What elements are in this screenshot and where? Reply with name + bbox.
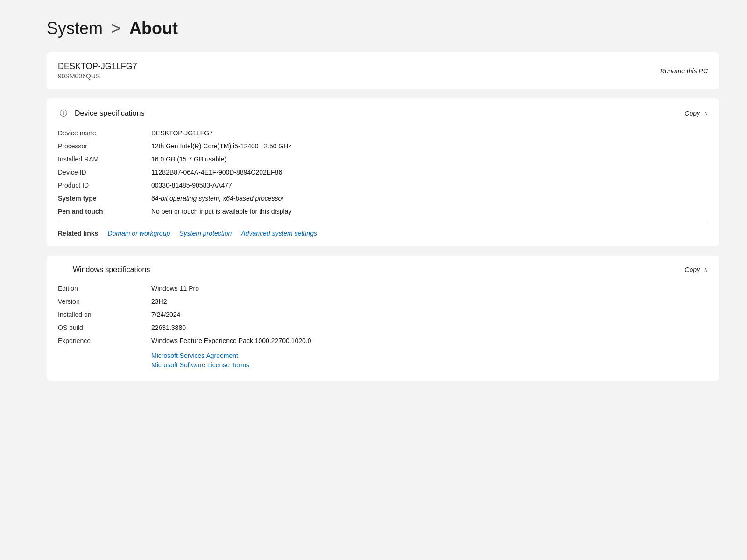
device-specs-header-right: Copy ∧ [684, 110, 708, 117]
table-row: Product ID 00330-81485-90583-AA477 [58, 179, 708, 192]
spec-label: Experience [58, 337, 151, 344]
rename-pc-button[interactable]: Rename this PC [660, 67, 708, 75]
pc-model: 90SM006QUS [58, 72, 137, 80]
spec-label: Product ID [58, 182, 151, 189]
spec-label: OS build [58, 324, 151, 331]
table-row: Device ID 11282B87-064A-4E1F-900D-8894C2… [58, 166, 708, 179]
pc-name-info: DESKTOP-JG1LFG7 90SM006QUS [58, 62, 137, 80]
spec-value: 7/24/2024 [151, 311, 180, 318]
related-links: Related links Domain or workgroup System… [58, 222, 708, 237]
table-row: System type 64-bit operating system, x64… [58, 192, 708, 205]
advanced-system-settings-link[interactable]: Advanced system settings [241, 230, 317, 237]
main-content: System > About DESKTOP-JG1LFG7 90SM006QU… [0, 0, 747, 560]
device-specs-header-left: ⓘ Device specifications [58, 108, 144, 119]
spec-label: Device name [58, 129, 151, 137]
spec-label: Version [58, 298, 151, 305]
table-row: Microsoft Services Agreement Microsoft S… [58, 347, 708, 371]
spec-value: No pen or touch input is available for t… [151, 208, 291, 215]
spec-value: 23H2 [151, 298, 167, 305]
windows-specs-header: Windows specifications Copy ∧ [58, 265, 708, 274]
spec-value: 22631.3880 [151, 324, 186, 331]
spec-value: 11282B87-064A-4E1F-900D-8894C202EF86 [151, 168, 282, 176]
table-row: Processor 12th Gen Intel(R) Core(TM) i5-… [58, 140, 708, 153]
table-row: Installed on 7/24/2024 [58, 308, 708, 321]
device-specs-title: Device specifications [75, 109, 144, 118]
spec-label: Installed on [58, 311, 151, 318]
spec-value: 12th Gen Intel(R) Core(TM) i5-12400 2.50… [151, 142, 291, 150]
table-row: Edition Windows 11 Pro [58, 282, 708, 295]
windows-specs-card: Windows specifications Copy ∧ Edition Wi… [47, 256, 719, 381]
table-row: OS build 22631.3880 [58, 321, 708, 334]
spec-value: Windows Feature Experience Pack 1000.227… [151, 337, 311, 344]
device-specs-copy-button[interactable]: Copy [684, 110, 700, 117]
system-protection-link[interactable]: System protection [179, 230, 232, 237]
spec-value: Windows 11 Pro [151, 285, 199, 292]
table-row: Experience Windows Feature Experience Pa… [58, 334, 708, 347]
windows-specs-chevron-icon[interactable]: ∧ [704, 266, 708, 273]
spec-value: DESKTOP-JG1LFG7 [151, 129, 213, 137]
spec-label: Processor [58, 142, 151, 150]
table-row: Installed RAM 16.0 GB (15.7 GB usable) [58, 153, 708, 166]
breadcrumb-separator: > [111, 19, 121, 38]
table-row: Pen and touch No pen or touch input is a… [58, 205, 708, 218]
pc-hostname: DESKTOP-JG1LFG7 [58, 62, 137, 71]
device-specs-header: ⓘ Device specifications Copy ∧ [58, 108, 708, 119]
windows-specs-copy-button[interactable]: Copy [684, 266, 700, 273]
pc-name-card: DESKTOP-JG1LFG7 90SM006QUS Rename this P… [47, 52, 719, 89]
breadcrumb-system: System [47, 19, 103, 38]
breadcrumb-about: About [129, 19, 178, 38]
spec-label: Edition [58, 285, 151, 292]
microsoft-services-agreement-link[interactable]: Microsoft Services Agreement [151, 352, 249, 359]
windows-specs-header-right: Copy ∧ [684, 266, 708, 273]
spec-label: System type [58, 195, 151, 202]
spec-label: Device ID [58, 168, 151, 176]
spec-label [58, 350, 151, 369]
table-row: Device name DESKTOP-JG1LFG7 [58, 126, 708, 140]
table-row: Version 23H2 [58, 295, 708, 308]
windows-specs-table: Edition Windows 11 Pro Version 23H2 Inst… [58, 282, 708, 371]
related-links-label: Related links [58, 230, 98, 237]
terms-links: Microsoft Services Agreement Microsoft S… [151, 350, 249, 369]
domain-workgroup-link[interactable]: Domain or workgroup [107, 230, 170, 237]
microsoft-software-license-link[interactable]: Microsoft Software License Terms [151, 361, 249, 369]
spec-value: 64-bit operating system, x64-based proce… [151, 195, 284, 202]
device-specs-table: Device name DESKTOP-JG1LFG7 Processor 12… [58, 126, 708, 218]
device-specs-card: ⓘ Device specifications Copy ∧ Device na… [47, 98, 719, 246]
windows-specs-title: Windows specifications [73, 266, 150, 274]
spec-value: 00330-81485-90583-AA477 [151, 182, 232, 189]
windows-logo-icon [58, 265, 67, 274]
windows-specs-header-left: Windows specifications [58, 265, 150, 274]
spec-value: 16.0 GB (15.7 GB usable) [151, 155, 226, 163]
info-icon: ⓘ [58, 108, 69, 119]
spec-label: Pen and touch [58, 208, 151, 215]
spec-label: Installed RAM [58, 155, 151, 163]
device-specs-chevron-icon[interactable]: ∧ [704, 110, 708, 117]
breadcrumb: System > About [47, 19, 719, 38]
